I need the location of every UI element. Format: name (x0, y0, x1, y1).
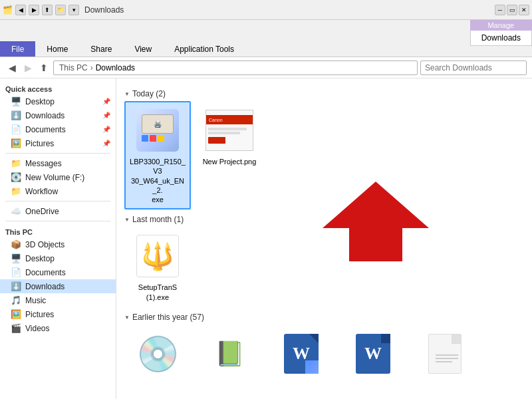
onedrive-icon: ☁️ (11, 206, 21, 216)
sidebar-item-onedrive[interactable]: ☁️ OneDrive (0, 204, 116, 218)
sidebar: Quick access 🖥️ Desktop 📌 ⬇️ Downloads 📌… (0, 78, 116, 399)
pictures-pc-icon: 🖼️ (11, 309, 21, 319)
sidebar-divider-1 (5, 153, 110, 154)
manage-section: Manage Downloads (470, 20, 532, 57)
desktop-pc-icon: 🖥️ (11, 253, 21, 263)
file-name-setuptrans: SetupTranS(1).exe (138, 283, 177, 302)
quick-access-toolbar-forward[interactable]: ▶ (29, 5, 39, 15)
music-icon: 🎵 (11, 295, 21, 305)
tab-view[interactable]: View (123, 41, 163, 57)
search-input[interactable] (420, 61, 527, 75)
address-bar: ◀ ▶ ⬆ This PC › Downloads (0, 57, 532, 78)
quick-access-toolbar-up[interactable]: ⬆ (42, 5, 53, 15)
sidebar-item-workflow[interactable]: 📁 Workflow (0, 184, 116, 198)
ribbon-tab-bar: File Home Share View Application Tools (0, 20, 470, 57)
file-icon-lbp3300: 🖨️ (134, 106, 182, 154)
downloads-icon: ⬇️ (11, 110, 21, 120)
group-header-last-month: Last month (1) (124, 215, 524, 224)
file-item-word2[interactable]: W (340, 325, 406, 386)
path-computer: This PC (59, 63, 88, 72)
3d-objects-icon: 📦 (11, 239, 21, 249)
sidebar-item-desktop-pc[interactable]: 🖥️ Desktop (0, 251, 116, 265)
title-bar: 🗂️ ◀ ▶ ⬆ 📁 ▾ Downloads ─ ▭ ✕ (0, 0, 532, 20)
sidebar-item-messages[interactable]: 📁 Messages (0, 156, 116, 170)
sidebar-section-this-pc: This PC (0, 224, 116, 237)
downloads-pc-icon: ⬇️ (11, 281, 21, 291)
path-downloads: Downloads (96, 63, 135, 72)
sidebar-divider-3 (5, 221, 110, 221)
sidebar-item-3d-objects[interactable]: 📦 3D Objects (0, 237, 116, 251)
drive-icon: 💽 (11, 172, 21, 182)
sidebar-item-pictures-pc[interactable]: 🖼️ Pictures (0, 307, 116, 321)
videos-icon: 🎬 (11, 323, 21, 333)
sidebar-item-documents-pc[interactable]: 📄 Documents (0, 265, 116, 279)
quick-access-toolbar-arrow[interactable]: ▾ (68, 5, 79, 15)
sidebar-item-documents-quick[interactable]: 📄 Documents 📌 (0, 122, 116, 136)
file-icon-doc (421, 330, 469, 378)
sidebar-item-downloads-quick[interactable]: ⬇️ Downloads 📌 (0, 108, 116, 122)
file-item-doc[interactable] (412, 325, 478, 386)
file-icon-word2: W (349, 330, 397, 378)
sidebar-section-quick-access: Quick access (0, 81, 116, 94)
sidebar-divider-2 (5, 201, 110, 201)
sidebar-item-downloads-pc[interactable]: ⬇️ Downloads (0, 279, 116, 293)
sidebar-item-pictures-quick[interactable]: 🖼️ Pictures 📌 (0, 136, 116, 150)
messages-icon: 📁 (11, 158, 21, 168)
quick-access-toolbar-back[interactable]: ◀ (15, 5, 26, 15)
back-button[interactable]: ◀ (5, 61, 19, 74)
file-grid-last-month: 🔱 SetupTranS(1).exe (124, 227, 524, 307)
tab-file[interactable]: File (0, 41, 35, 57)
pictures-icon: 🖼️ (11, 138, 21, 148)
sidebar-item-videos[interactable]: 🎬 Videos (0, 321, 116, 335)
forward-button[interactable]: ▶ (21, 61, 35, 74)
file-grid-today: 🖨️ LBP3300_R150_V330_W64_uk_EN_2.exe (124, 101, 524, 209)
file-item-word1[interactable]: W (268, 325, 334, 386)
close-button[interactable]: ✕ (519, 5, 529, 15)
minimize-button[interactable]: ─ (495, 5, 505, 15)
workflow-icon: 📁 (11, 186, 21, 196)
up-button[interactable]: ⬆ (37, 61, 51, 74)
file-item-disc[interactable]: 💿 (124, 325, 191, 386)
quick-access-toolbar-folder[interactable]: 📁 (55, 5, 66, 15)
group-header-earlier: Earlier this year (57) (124, 313, 524, 322)
desktop-icon: 🖥️ (11, 96, 21, 106)
documents-pc-icon: 📄 (11, 267, 21, 277)
file-item-setuptrans[interactable]: 🔱 SetupTranS(1).exe (124, 227, 191, 307)
tab-home[interactable]: Home (35, 41, 79, 57)
file-icon-new-project: Canon (205, 106, 253, 154)
window-title: Downloads (84, 5, 124, 15)
file-item-lbp3300[interactable]: 🖨️ LBP3300_R150_V330_W64_uk_EN_2.exe (124, 101, 191, 209)
main-layout: Quick access 🖥️ Desktop 📌 ⬇️ Downloads 📌… (0, 78, 532, 399)
file-item-qr[interactable]: 📗 (196, 325, 263, 386)
window-icon: 🗂️ (3, 5, 13, 15)
file-item-new-project[interactable]: Canon New Project.png (196, 101, 263, 209)
tab-manage-downloads[interactable]: Downloads (470, 31, 532, 46)
tab-share[interactable]: Share (79, 41, 123, 57)
restore-button[interactable]: ▭ (507, 5, 517, 15)
file-name-lbp3300: LBP3300_R150_V330_W64_uk_EN_2.exe (130, 157, 186, 204)
file-icon-disc: 💿 (134, 330, 182, 378)
sidebar-item-new-volume[interactable]: 💽 New Volume (F:) (0, 170, 116, 184)
documents-icon: 📄 (11, 124, 21, 134)
file-icon-word1: W (277, 330, 325, 378)
address-path[interactable]: This PC › Downloads (53, 61, 418, 75)
file-icon-setuptrans: 🔱 (134, 232, 182, 280)
sidebar-item-music[interactable]: 🎵 Music (0, 293, 116, 307)
manage-label: Manage (470, 20, 532, 31)
title-bar-icons: 🗂️ ◀ ▶ ⬆ 📁 ▾ (3, 5, 79, 15)
file-grid-earlier: 💿 📗 W (124, 325, 524, 386)
sidebar-item-desktop[interactable]: 🖥️ Desktop 📌 (0, 94, 116, 108)
content-area: Today (2) 🖨️ (116, 78, 532, 399)
tab-application-tools[interactable]: Application Tools (163, 41, 245, 57)
file-name-new-project: New Project.png (203, 157, 257, 166)
file-icon-qr: 📗 (205, 330, 253, 378)
group-header-today: Today (2) (124, 89, 524, 98)
